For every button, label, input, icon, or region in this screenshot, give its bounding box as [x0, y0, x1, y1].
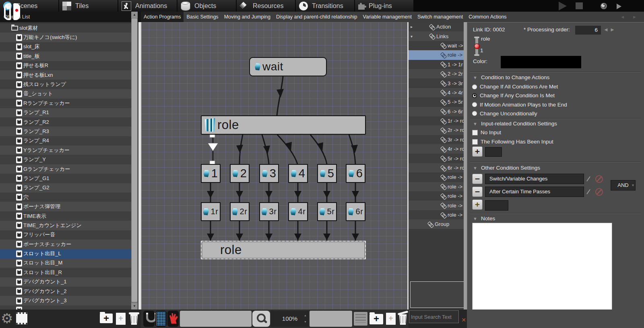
objects-list-item[interactable]: Yランプチェッカー	[0, 146, 131, 155]
tree-item[interactable]: 4 -> 4r	[409, 88, 467, 97]
canvas-node[interactable]: role	[201, 115, 366, 135]
checkbox-icon[interactable]	[472, 130, 478, 135]
search-input[interactable]	[409, 310, 459, 323]
input-checkbox-option[interactable]: No Input	[472, 129, 501, 135]
objects-list-item[interactable]: ランプ_G2	[0, 183, 131, 193]
canvas-node[interactable]: 6	[346, 164, 365, 183]
objects-list-item[interactable]: ランプ_R1	[0, 108, 131, 117]
edit-icon[interactable]	[586, 176, 590, 182]
canvas-node[interactable]: 2	[230, 164, 250, 183]
pan-button[interactable]	[167, 311, 179, 327]
zoom-up-icon[interactable]: ▲	[304, 314, 307, 317]
tree-item[interactable]: role -> 6	[409, 210, 467, 219]
collapse-icon[interactable]: ▼	[473, 216, 477, 221]
web-refresh-icon[interactable]	[601, 3, 607, 9]
scrollbar-thumb[interactable]	[132, 18, 137, 302]
tab[interactable]: Switch management	[415, 12, 466, 22]
tree-item[interactable]: role -> 3	[409, 182, 467, 191]
radio-icon[interactable]	[472, 84, 477, 89]
tree-item[interactable]: ▾ Links	[409, 31, 467, 41]
page-plus-icon[interactable]	[386, 313, 396, 325]
input-value-box[interactable]	[485, 147, 502, 157]
canvas-node[interactable]: 1	[201, 164, 221, 183]
gear-icon[interactable]: ⚙	[1, 310, 13, 326]
objects-list-item[interactable]: ランプ_R3	[0, 127, 131, 136]
menu-item[interactable]: Resources	[237, 0, 295, 12]
input-checkbox-option[interactable]: The Following Has Been Input	[472, 139, 553, 145]
menu-item[interactable]: Objects	[178, 0, 236, 12]
radio-icon[interactable]	[472, 93, 477, 98]
list-view-icon[interactable]	[354, 312, 367, 326]
snap-button[interactable]	[143, 311, 155, 327]
condition-radio-option[interactable]: Change If Any Condition Is Met	[472, 92, 555, 98]
tree-item[interactable]: role -> 1	[409, 50, 467, 59]
tree-item[interactable]: role -> 5	[409, 201, 467, 210]
canvas-node[interactable]: role	[201, 241, 366, 259]
action-program-canvas[interactable]: wait role 1 2 3 4 5 6 1r 2r 3r 4r 5r 6r	[140, 22, 409, 310]
radio-icon[interactable]	[472, 111, 477, 116]
objects-list-item[interactable]: Gランプチェッカー	[0, 164, 131, 174]
objects-list-item[interactable]: TIME表示	[0, 211, 131, 221]
tree-item[interactable]: ▸ Action	[409, 22, 467, 31]
menu-item[interactable]: Transitions	[296, 0, 354, 12]
animation-frame-icon[interactable]	[16, 312, 27, 324]
order-prev-icon[interactable]: ◄	[603, 27, 609, 33]
objects-list-item[interactable]: 押せる板R	[0, 61, 131, 70]
menu-item[interactable]: Plug-ins	[355, 0, 413, 12]
remove-condition-button[interactable]: −	[472, 174, 483, 184]
objects-list-item[interactable]: 押せる板Lxn	[0, 70, 131, 80]
objects-list-item[interactable]: slot_床	[0, 42, 131, 51]
tree-item[interactable]: 1r -> role	[409, 116, 467, 125]
tree-item[interactable]: 5r -> role	[409, 154, 467, 163]
tree-item[interactable]: 4r -> role	[409, 144, 467, 154]
condition-field[interactable]: Switch/Variable Changes	[485, 174, 584, 184]
objects-list-item[interactable]: スロット出目_L	[0, 249, 131, 258]
edit-icon[interactable]	[586, 189, 590, 195]
tree-item[interactable]: 2 -> 2r	[409, 69, 467, 78]
tree-item[interactable]: 6 -> 6r	[409, 107, 467, 116]
checkbox-icon[interactable]	[472, 139, 478, 145]
tab[interactable]: Variable management	[360, 12, 415, 22]
objects-scrollbar[interactable]: ▲ ▼	[131, 12, 138, 310]
tree-item[interactable]: 3 -> 3r	[409, 78, 467, 88]
tree-item[interactable]: Group	[409, 219, 467, 229]
tree-item[interactable]: role -> 2	[409, 172, 467, 182]
canvas-node[interactable]: 3	[259, 164, 279, 183]
run-icon[interactable]	[617, 4, 621, 9]
zoom-down-icon[interactable]: ▼	[304, 320, 307, 324]
radio-icon[interactable]	[472, 102, 477, 107]
condition-radio-option[interactable]: If Motion Animation Plays to the End	[472, 102, 567, 108]
scroll-down-icon[interactable]: ▼	[131, 303, 138, 310]
tree-item[interactable]: 6r -> role	[409, 163, 467, 172]
tabbar-scroll-arrows[interactable]: ◄ ►	[620, 12, 640, 22]
menu-item[interactable]: Tiles	[59, 0, 118, 12]
objects-list-item[interactable]: title_板	[0, 51, 131, 61]
canvas-node[interactable]: 3r	[259, 202, 279, 221]
objects-list-item[interactable]	[0, 305, 131, 310]
objects-list-item[interactable]: フリッパー音	[0, 230, 131, 240]
condition-radio-option[interactable]: Change If All Conditions Are Met	[472, 84, 558, 90]
disable-icon[interactable]	[595, 188, 603, 196]
trash-icon[interactable]	[398, 314, 407, 325]
canvas-node[interactable]: 2r	[230, 202, 250, 221]
condition-field[interactable]: After Certain Time Passes	[485, 187, 584, 197]
grid-toggle-button[interactable]	[155, 311, 167, 327]
tree-item[interactable]: wait -> role	[409, 41, 467, 50]
objects-list-item[interactable]: 残スロットランプ	[0, 80, 131, 89]
stop-icon[interactable]	[576, 2, 583, 9]
objects-list-item[interactable]: デバグカウント_1	[0, 277, 131, 287]
page-plus-icon[interactable]	[116, 313, 126, 325]
close-icon[interactable]: ✕	[461, 317, 466, 323]
objects-list-item[interactable]: ボーナスチェッカー	[0, 240, 131, 249]
zoom-button[interactable]	[252, 311, 270, 327]
objects-list-item[interactable]: 万能キノコ(swich等に)	[0, 33, 131, 42]
tab[interactable]: Display and parent-child relationship	[273, 12, 360, 22]
disable-icon[interactable]	[595, 175, 603, 183]
expander-icon[interactable]: ▾	[411, 34, 416, 39]
collapse-icon[interactable]: ▼	[473, 166, 477, 170]
section-other[interactable]: ▼Other Condition Settings	[473, 165, 540, 171]
tree-item[interactable]: 5 -> 5r	[409, 97, 467, 107]
canvas-node[interactable]: 1r	[201, 202, 221, 221]
operator-dropdown[interactable]: AND	[611, 180, 636, 191]
tree-scrollbar[interactable]	[464, 22, 467, 310]
